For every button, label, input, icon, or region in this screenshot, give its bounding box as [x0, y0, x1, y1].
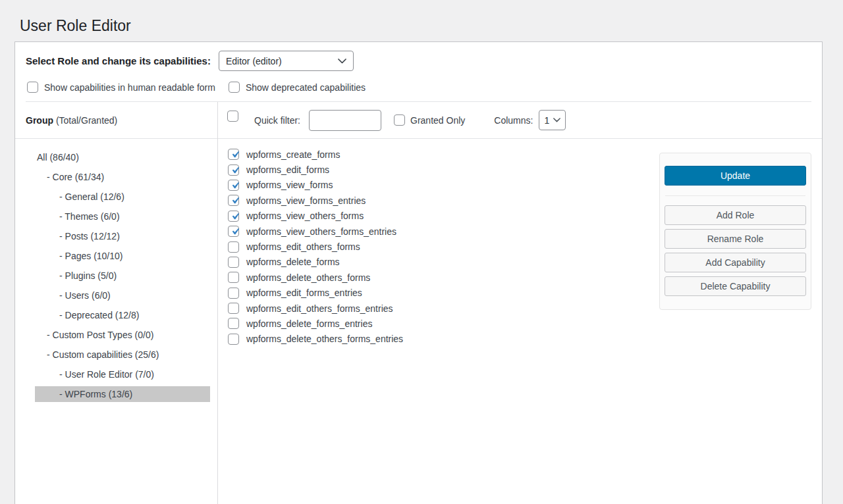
user-role-editor-panel: Select Role and change its capabilities:…	[14, 41, 823, 504]
action-button-delete-capability[interactable]: Delete Capability	[665, 276, 806, 296]
groups-header-title: Group	[26, 115, 53, 126]
group-tree-item-10[interactable]: - Custom capabilities (25/6)	[35, 347, 210, 363]
group-tree-item-label: - WPForms (13/6)	[59, 389, 132, 399]
chevron-down-icon	[338, 59, 346, 64]
group-tree-item-label: - Users (6/0)	[59, 290, 111, 301]
groups-tree: All (86/40)- Core (61/34)- General (12/6…	[15, 139, 217, 402]
capability-checkbox[interactable]	[228, 226, 239, 237]
group-tree-item-12[interactable]: - WPForms (13/6)	[35, 386, 210, 402]
role-select[interactable]: Editor (editor)	[219, 51, 354, 71]
capability-checkbox[interactable]	[228, 257, 239, 268]
columns-select-value: 1	[544, 115, 549, 126]
capability-label: wpforms_view_others_forms	[246, 211, 364, 221]
capability-checkbox[interactable]	[228, 303, 239, 314]
action-button-add-role[interactable]: Add Role	[665, 205, 806, 225]
divider	[665, 195, 805, 196]
capability-checkbox[interactable]	[228, 195, 239, 206]
group-tree-item-label: All (86/40)	[37, 152, 79, 163]
group-tree-item-label: - General (12/6)	[59, 191, 124, 202]
group-tree-item-4[interactable]: - Posts (12/12)	[35, 228, 210, 244]
columns-select[interactable]: 1	[539, 110, 566, 130]
check-icon	[229, 194, 242, 207]
capability-checkbox[interactable]	[228, 288, 239, 299]
group-tree-item-label: - Pages (10/10)	[59, 251, 123, 261]
action-button-rename-role[interactable]: Rename Role	[665, 229, 806, 249]
group-tree-item-2[interactable]: - General (12/6)	[35, 189, 210, 205]
check-icon	[229, 225, 242, 238]
check-icon	[229, 210, 242, 223]
capability-label: wpforms_delete_others_forms_entries	[246, 334, 403, 344]
quick-filter-label: Quick filter:	[254, 115, 300, 126]
capability-row-wpforms_delete_others_forms_entries: wpforms_delete_others_forms_entries	[228, 332, 822, 347]
group-tree-item-8[interactable]: - Deprecated (12/8)	[35, 307, 210, 323]
capability-checkbox[interactable]	[228, 149, 239, 160]
group-tree-item-0[interactable]: All (86/40)	[35, 149, 210, 165]
capability-label: wpforms_view_others_forms_entries	[246, 226, 396, 237]
groups-sidebar: Group (Total/Granted) All (86/40)- Core …	[15, 102, 218, 504]
role-select-value: Editor (editor)	[226, 56, 282, 66]
capability-checkbox[interactable]	[228, 164, 239, 176]
capability-checkbox[interactable]	[228, 334, 239, 345]
granted-only-checkbox[interactable]	[394, 114, 405, 126]
capability-checkbox[interactable]	[228, 272, 239, 283]
chevron-down-icon	[553, 118, 560, 122]
action-button-add-capability[interactable]: Add Capability	[665, 253, 806, 272]
show-deprecated-label: Show deprecated capabilities	[246, 82, 366, 93]
show-deprecated-checkbox[interactable]	[229, 82, 240, 93]
page-title: User Role Editor	[20, 17, 131, 36]
group-tree-item-3[interactable]: - Themes (6/0)	[35, 209, 210, 224]
capability-label: wpforms_view_forms	[246, 180, 333, 190]
capability-label: wpforms_edit_others_forms	[246, 241, 360, 252]
check-icon	[229, 179, 242, 192]
granted-only-label: Granted Only	[410, 115, 465, 126]
capability-label: wpforms_view_forms_entries	[246, 195, 366, 206]
groups-header: Group (Total/Granted)	[15, 102, 217, 139]
group-tree-item-label: - Plugins (5/0)	[59, 270, 117, 281]
capability-checkbox[interactable]	[228, 211, 239, 222]
capabilities-toolbar: Quick filter: Granted Only Columns: 1	[218, 102, 822, 139]
capability-label: wpforms_delete_forms_entries	[246, 318, 372, 329]
quick-filter-input[interactable]	[309, 110, 381, 131]
group-tree-item-5[interactable]: - Pages (10/10)	[35, 248, 210, 264]
capability-label: wpforms_edit_forms	[246, 164, 329, 175]
human-readable-label: Show capabilities in human readable form	[44, 82, 215, 93]
group-tree-item-6[interactable]: - Plugins (5/0)	[35, 268, 210, 284]
columns-label: Columns:	[494, 115, 533, 126]
group-tree-item-label: - Deprecated (12/8)	[59, 310, 139, 320]
capability-checkbox[interactable]	[228, 318, 239, 329]
capability-checkbox[interactable]	[228, 180, 239, 191]
capability-row-wpforms_delete_forms_entries: wpforms_delete_forms_entries	[228, 316, 822, 331]
select-all-checkbox[interactable]	[227, 111, 238, 122]
group-tree-item-7[interactable]: - Users (6/0)	[35, 288, 210, 303]
capability-label: wpforms_delete_forms	[246, 257, 340, 267]
group-tree-item-label: - Custom Post Types (0/0)	[47, 330, 153, 340]
check-icon	[229, 164, 242, 177]
capability-label: wpforms_edit_others_forms_entries	[246, 303, 393, 314]
capability-label: wpforms_edit_forms_entries	[246, 288, 362, 298]
group-tree-item-label: - User Role Editor (7/0)	[59, 369, 154, 380]
group-tree-item-label: - Custom capabilities (25/6)	[47, 349, 159, 360]
actions-panel: Update Add RoleRename RoleAdd Capability…	[659, 153, 811, 310]
update-button[interactable]: Update	[665, 166, 806, 186]
group-tree-item-label: - Core (61/34)	[47, 172, 104, 182]
capability-checkbox[interactable]	[228, 241, 239, 253]
group-tree-item-label: - Posts (12/12)	[59, 231, 120, 241]
capability-label: wpforms_delete_others_forms	[246, 272, 370, 283]
group-tree-item-11[interactable]: - User Role Editor (7/0)	[35, 366, 210, 382]
group-tree-item-9[interactable]: - Custom Post Types (0/0)	[35, 327, 210, 343]
human-readable-checkbox[interactable]	[27, 82, 38, 93]
check-icon	[229, 148, 242, 161]
groups-header-subtitle: (Total/Granted)	[53, 115, 117, 126]
select-role-label: Select Role and change its capabilities:	[26, 55, 211, 66]
group-tree-item-label: - Themes (6/0)	[59, 211, 120, 222]
capabilities-area: Quick filter: Granted Only Columns: 1 wp…	[218, 102, 822, 504]
group-tree-item-1[interactable]: - Core (61/34)	[35, 169, 210, 185]
capability-label: wpforms_create_forms	[246, 149, 340, 160]
